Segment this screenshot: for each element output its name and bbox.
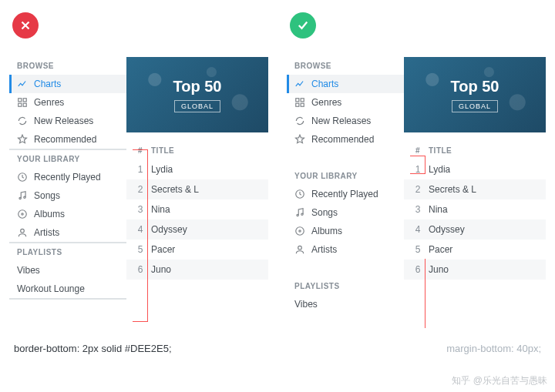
- code-left: border-bottom: 2px solid #DEE2E5;: [14, 343, 172, 354]
- chart-icon: [17, 79, 28, 89]
- nav-new-releases[interactable]: New Releases: [287, 112, 404, 130]
- user-icon: [17, 227, 28, 238]
- nav-genres[interactable]: Genres: [9, 93, 126, 112]
- svg-point-7: [18, 210, 27, 219]
- nav-label: Artists: [34, 227, 59, 238]
- panel-bad: BROWSE Charts Genres New Releases Recomm…: [9, 12, 268, 332]
- disc-icon: [294, 226, 305, 236]
- nav-label: Artists: [311, 244, 337, 255]
- section-label: BROWSE: [287, 57, 404, 75]
- playlist-item[interactable]: Vibes: [9, 261, 126, 280]
- nav-albums[interactable]: Albums: [9, 205, 126, 223]
- cover: Top 50 GLOBAL: [404, 57, 546, 132]
- svg-rect-0: [18, 99, 22, 102]
- refresh-icon: [17, 116, 28, 126]
- clock-icon: [294, 189, 305, 199]
- nav-charts[interactable]: Charts: [9, 75, 126, 93]
- svg-rect-1: [23, 99, 26, 102]
- cover-sub: GLOBAL: [452, 100, 498, 112]
- annotation-bracket: [133, 230, 148, 322]
- table-row[interactable]: 3Nina: [404, 199, 546, 219]
- col-title: TITLE: [429, 146, 452, 155]
- refresh-icon: [294, 116, 305, 126]
- grid-icon: [17, 97, 28, 108]
- nav-label: Charts: [311, 79, 338, 89]
- svg-rect-2: [18, 103, 22, 106]
- bad-badge: [12, 12, 39, 39]
- nav-new-releases[interactable]: New Releases: [9, 112, 126, 130]
- nav-songs[interactable]: Songs: [287, 203, 404, 222]
- annotation-bracket: [410, 156, 426, 174]
- svg-point-5: [19, 197, 21, 199]
- svg-point-8: [22, 213, 23, 215]
- playlist-item[interactable]: Workout Lounge: [9, 280, 126, 298]
- nav-genres[interactable]: Genres: [287, 93, 404, 112]
- grid-icon: [294, 97, 305, 108]
- svg-point-16: [301, 213, 303, 215]
- svg-point-17: [296, 227, 304, 236]
- table-row[interactable]: 4Odyssey: [404, 219, 546, 240]
- nav-recommended[interactable]: Recommended: [287, 130, 404, 149]
- col-num: #: [407, 146, 429, 155]
- nav-albums[interactable]: Albums: [287, 222, 404, 240]
- svg-point-18: [299, 230, 301, 232]
- nav-label: New Releases: [311, 116, 371, 126]
- nav-recommended[interactable]: Recommended: [9, 130, 126, 149]
- svg-rect-10: [296, 99, 299, 102]
- cover-title: Top 50: [451, 78, 500, 95]
- section-label: YOUR LIBRARY: [9, 150, 126, 168]
- nav-recently-played[interactable]: Recently Played: [287, 185, 404, 203]
- nav-label: Songs: [34, 190, 60, 201]
- watermark: 知乎 @乐光自苦与愚昧: [452, 374, 547, 387]
- nav-label: New Releases: [34, 116, 93, 126]
- sidebar-good: BROWSE Charts Genres New Releases Recomm…: [287, 57, 404, 332]
- disc-icon: [17, 209, 28, 219]
- section-label: PLAYLISTS: [287, 277, 404, 295]
- nav-artists[interactable]: Artists: [9, 223, 126, 242]
- nav-label: Recently Played: [34, 172, 101, 183]
- svg-rect-11: [301, 99, 304, 102]
- cover: Top 50 GLOBAL: [126, 57, 268, 132]
- nav-recently-played[interactable]: Recently Played: [9, 168, 126, 186]
- nav-label: Recently Played: [311, 189, 378, 199]
- nav-songs[interactable]: Songs: [9, 186, 126, 205]
- svg-rect-13: [301, 103, 304, 106]
- music-icon: [294, 207, 305, 218]
- nav-label: Albums: [34, 209, 65, 219]
- section-label: PLAYLISTS: [9, 243, 126, 261]
- x-icon: [18, 18, 32, 32]
- table-row[interactable]: 5Pacer: [404, 240, 546, 260]
- comparison-container: BROWSE Charts Genres New Releases Recomm…: [0, 0, 555, 332]
- nav-artists[interactable]: Artists: [287, 240, 404, 259]
- star-icon: [294, 134, 305, 145]
- svg-point-19: [298, 246, 302, 250]
- nav-charts[interactable]: Charts: [287, 75, 404, 93]
- nav-label: Genres: [34, 97, 64, 108]
- nav-label: Songs: [311, 207, 338, 218]
- cover-sub: GLOBAL: [174, 100, 220, 112]
- star-icon: [17, 134, 28, 145]
- sidebar-bad: BROWSE Charts Genres New Releases Recomm…: [9, 57, 126, 300]
- table-row[interactable]: 2Secrets & L: [404, 179, 546, 199]
- playlist-item[interactable]: Vibes: [287, 295, 404, 313]
- annotation-bracket: [133, 149, 148, 230]
- annotation-bracket: [410, 259, 426, 328]
- col-title: TITLE: [151, 146, 174, 155]
- check-icon: [296, 18, 310, 32]
- code-right: margin-bottom: 40px;: [446, 343, 541, 354]
- cover-title: Top 50: [173, 78, 222, 95]
- panel-good: BROWSE Charts Genres New Releases Recomm…: [287, 12, 546, 332]
- clock-icon: [17, 172, 28, 183]
- svg-point-9: [21, 229, 25, 233]
- section-label: YOUR LIBRARY: [287, 167, 404, 185]
- good-badge: [290, 12, 316, 39]
- music-icon: [17, 190, 28, 201]
- nav-label: Charts: [34, 79, 61, 89]
- svg-rect-3: [23, 103, 26, 106]
- svg-point-15: [297, 214, 298, 216]
- nav-label: Recommended: [311, 134, 374, 145]
- chart-icon: [294, 79, 305, 89]
- code-annotations: border-bottom: 2px solid #DEE2E5; margin…: [0, 332, 555, 354]
- nav-label: Recommended: [34, 134, 96, 145]
- nav-label: Albums: [311, 226, 342, 236]
